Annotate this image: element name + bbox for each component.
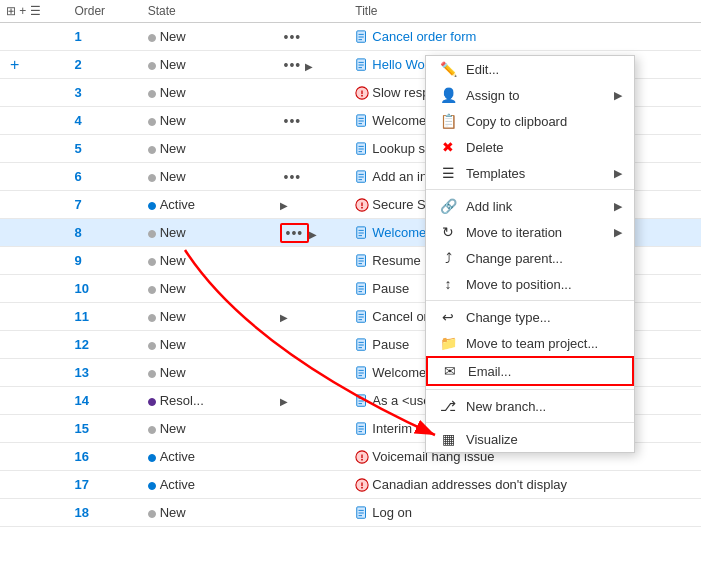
menu-item-copy[interactable]: 📋Copy to clipboard (426, 108, 634, 134)
title-link[interactable]: Cancel order form (372, 29, 476, 44)
context-menu: ✏️Edit...👤Assign to▶📋Copy to clipboard✖D… (425, 55, 635, 453)
dots-cell (274, 275, 350, 303)
menu-item-visualize[interactable]: ▦Visualize (426, 426, 634, 452)
menu-item-changeparent[interactable]: ⤴Change parent... (426, 245, 634, 271)
state-cell: New (142, 79, 274, 107)
bug-icon (355, 85, 372, 100)
book-icon (355, 113, 372, 128)
dots-cell: ••• (274, 107, 350, 135)
moveposition-label: Move to position... (466, 277, 622, 292)
edit-icon: ✏️ (438, 61, 458, 77)
context-menu-button[interactable]: ••• (280, 57, 306, 73)
row-actions-cell (0, 79, 68, 107)
addlink-icon: 🔗 (438, 198, 458, 214)
state-label: Active (160, 449, 195, 464)
state-dot (148, 342, 156, 350)
order-cell: 8 (68, 219, 141, 247)
order-number[interactable]: 2 (74, 57, 81, 72)
order-cell: 13 (68, 359, 141, 387)
order-number[interactable]: 12 (74, 337, 88, 352)
menu-item-templates[interactable]: ☰Templates▶ (426, 160, 634, 186)
order-number[interactable]: 15 (74, 421, 88, 436)
order-number[interactable]: 16 (74, 449, 88, 464)
context-menu-button[interactable]: ••• (280, 113, 306, 129)
order-number[interactable]: 6 (74, 169, 81, 184)
menu-item-moveposition[interactable]: ↕Move to position... (426, 271, 634, 297)
order-number[interactable]: 5 (74, 141, 81, 156)
state-label: New (160, 309, 186, 324)
copy-label: Copy to clipboard (466, 114, 622, 129)
book-icon (355, 365, 372, 380)
order-cell: 5 (68, 135, 141, 163)
menu-item-movetoteam[interactable]: 📁Move to team project... (426, 330, 634, 356)
email-label: Email... (468, 364, 620, 379)
order-number[interactable]: 3 (74, 85, 81, 100)
state-label: New (160, 421, 186, 436)
order-cell: 14 (68, 387, 141, 415)
state-label: New (160, 337, 186, 352)
order-number[interactable]: 18 (74, 505, 88, 520)
state-label: New (160, 253, 186, 268)
row-actions-cell (0, 415, 68, 443)
row-actions-cell (0, 359, 68, 387)
state-dot (148, 314, 156, 322)
dots-cell: ▶ (274, 303, 350, 331)
changeparent-label: Change parent... (466, 251, 622, 266)
order-number[interactable]: 1 (74, 29, 81, 44)
expand-arrow[interactable]: ▶ (305, 61, 313, 72)
state-dot (148, 230, 156, 238)
book-icon (355, 169, 372, 184)
menu-item-email[interactable]: ✉Email... (426, 356, 634, 386)
row-actions-cell: + (0, 51, 68, 79)
book-icon (355, 393, 372, 408)
menu-item-changetype[interactable]: ↩Change type... (426, 304, 634, 330)
menu-item-assign[interactable]: 👤Assign to▶ (426, 82, 634, 108)
menu-item-newbranch[interactable]: ⎇New branch... (426, 393, 634, 419)
dots-cell: •••▶ (274, 51, 350, 79)
state-cell: New (142, 51, 274, 79)
state-dot (148, 118, 156, 126)
edit-label: Edit... (466, 62, 622, 77)
state-cell: Resol... (142, 387, 274, 415)
order-number[interactable]: 10 (74, 281, 88, 296)
menu-item-moveiteration[interactable]: ↻Move to iteration▶ (426, 219, 634, 245)
context-menu-button[interactable]: ••• (280, 169, 306, 185)
order-number[interactable]: 8 (74, 225, 81, 240)
main-container: ⊞ + ☰ Order State Title 1New•••Cancel or… (0, 0, 701, 572)
book-icon (355, 141, 372, 156)
expand-arrow[interactable]: ▶ (280, 396, 288, 407)
state-dot (148, 286, 156, 294)
state-dot (148, 62, 156, 70)
menu-item-edit[interactable]: ✏️Edit... (426, 56, 634, 82)
svg-point-10 (361, 95, 363, 97)
menu-item-delete[interactable]: ✖Delete (426, 134, 634, 160)
expand-arrow[interactable]: ▶ (280, 312, 288, 323)
menu-item-addlink[interactable]: 🔗Add link▶ (426, 193, 634, 219)
add-child-button[interactable]: + (6, 56, 23, 73)
state-dot (148, 258, 156, 266)
book-icon (355, 505, 372, 520)
order-number[interactable]: 14 (74, 393, 88, 408)
row-actions-cell (0, 331, 68, 359)
context-menu-button[interactable]: ••• (280, 29, 306, 45)
dots-cell (274, 135, 350, 163)
context-menu-button[interactable]: ••• (280, 223, 310, 243)
state-label: New (160, 505, 186, 520)
order-number[interactable]: 13 (74, 365, 88, 380)
dots-cell: ▶ (274, 191, 350, 219)
order-number[interactable]: 11 (74, 309, 88, 324)
row-actions-cell (0, 163, 68, 191)
book-icon (355, 57, 372, 72)
state-dot (148, 146, 156, 154)
order-number[interactable]: 4 (74, 113, 81, 128)
expand-arrow[interactable]: ▶ (309, 229, 317, 240)
order-number[interactable]: 9 (74, 253, 81, 268)
row-actions-cell (0, 135, 68, 163)
order-number[interactable]: 17 (74, 477, 88, 492)
expand-arrow[interactable]: ▶ (280, 200, 288, 211)
state-cell: New (142, 219, 274, 247)
state-cell: New (142, 135, 274, 163)
assign-icon: 👤 (438, 87, 458, 103)
order-number[interactable]: 7 (74, 197, 81, 212)
state-dot (148, 510, 156, 518)
